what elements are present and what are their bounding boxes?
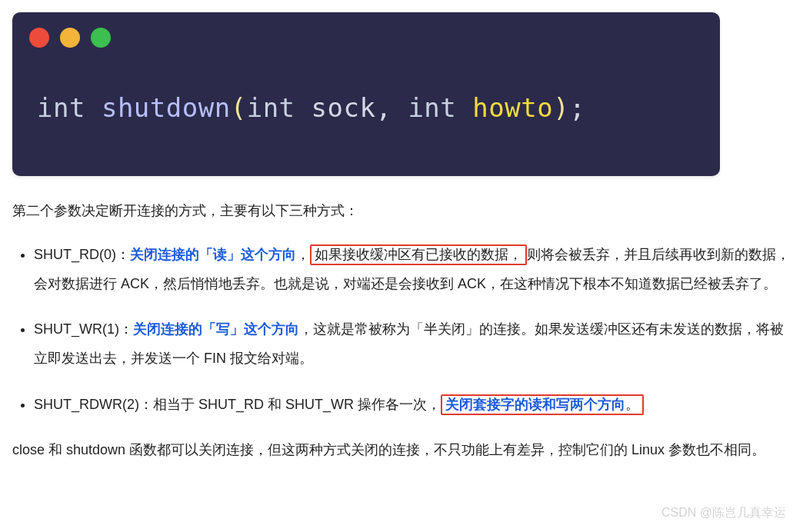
intro-paragraph: 第二个参数决定断开连接的方式，主要有以下三种方式： [12,198,791,224]
code-card: int shutdown(int sock, int howto); [12,12,720,176]
code-arg2-type: int [408,92,456,123]
bullet-emphasis: 关闭连接的「读」这个方向 [130,247,296,262]
outro-paragraph: close 和 shutdown 函数都可以关闭连接，但这两种方式关闭的连接，不… [12,437,791,463]
bullet-list: SHUT_RD(0)：关闭连接的「读」这个方向，如果接收缓冲区有已接收的数据，则… [12,241,791,420]
code-arg1-type: int [247,92,295,123]
zoom-dot-icon [91,28,111,48]
bullet-emphasis: 关闭连接的「写」这个方向 [133,321,299,337]
list-item: SHUT_WR(1)：关闭连接的「写」这个方向，这就是常被称为「半关闭」的连接。… [34,315,791,374]
highlight-box: 如果接收缓冲区有已接收的数据， [310,244,527,265]
code-ret-type: int [37,92,85,123]
code-body: int shutdown(int sock, int howto); [12,52,720,176]
list-item: SHUT_RDWR(2)：相当于 SHUT_RD 和 SHUT_WR 操作各一次… [34,391,791,420]
code-paren-open: ( [231,92,247,123]
bullet-prefix: SHUT_WR(1)： [34,321,133,337]
highlight-box: 关闭套接字的读和写两个方向。 [441,394,644,415]
code-line: int shutdown(int sock, int howto); [37,83,695,133]
list-item: SHUT_RD(0)：关闭连接的「读」这个方向，如果接收缓冲区有已接收的数据，则… [34,241,791,299]
bullet-emphasis: 关闭套接字的读和写两个方向 [445,397,625,412]
code-semicolon: ; [569,92,585,123]
minimize-dot-icon [60,28,80,48]
code-func-name: shutdown [102,92,231,123]
code-arg2-name: howto [472,92,553,123]
code-paren-close: ) [553,92,569,123]
bullet-prefix: SHUT_RDWR(2)：相当于 SHUT_RD 和 SHUT_WR 操作各一次… [34,397,441,412]
code-arg1-name: sock [295,92,376,123]
window-traffic-lights [12,12,720,52]
close-dot-icon [29,28,49,48]
bullet-prefix: SHUT_RD(0)： [34,247,130,262]
